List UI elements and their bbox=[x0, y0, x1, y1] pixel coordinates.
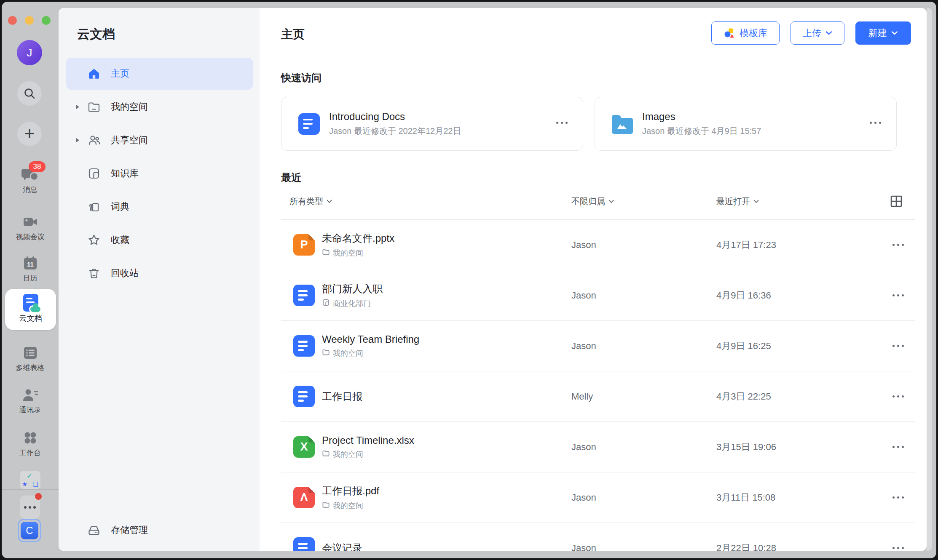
file-type-icon bbox=[293, 335, 315, 357]
sidebar-item-shared-space[interactable]: 共享空间 bbox=[66, 124, 253, 156]
table-row[interactable]: 部门新人入职 商业化部门 Jason 4月9日 16:36 bbox=[281, 270, 915, 320]
rail-item-contacts[interactable]: 通讯录 bbox=[2, 386, 59, 415]
rail-item-label: 多维表格 bbox=[2, 363, 59, 373]
create-new-button[interactable]: 新建 bbox=[855, 21, 911, 45]
sidebar-item-trash[interactable]: 回收站 bbox=[66, 257, 253, 289]
table-row[interactable]: Λ 工作日报.pdf 我的空间 Jason 3月11日 15:08 bbox=[281, 472, 915, 523]
more-actions-button[interactable] bbox=[556, 122, 568, 124]
rail-item-label: 消息 bbox=[2, 185, 59, 195]
more-actions-button[interactable] bbox=[892, 547, 904, 549]
rail-mini-app-tile[interactable]: ✓ ★ ❏ bbox=[20, 471, 40, 489]
add-button[interactable]: + bbox=[17, 122, 42, 146]
sidebar-item-label: 主页 bbox=[111, 67, 129, 80]
people-icon bbox=[87, 133, 101, 147]
table-row[interactable]: X Project Timeline.xlsx 我的空间 Jason 3月15日… bbox=[281, 421, 915, 472]
file-type-icon bbox=[293, 386, 315, 407]
file-type-icon: P bbox=[293, 234, 315, 256]
row-location: 我的空间 bbox=[322, 501, 379, 511]
search-button[interactable] bbox=[17, 81, 42, 106]
rail-item-video-meeting[interactable]: 视频会议 bbox=[2, 213, 59, 242]
chevron-down-icon bbox=[753, 200, 759, 203]
sidebar-item-my-space[interactable]: 我的空间 bbox=[66, 91, 253, 123]
cloud-doc-icon bbox=[23, 294, 38, 312]
sidebar-item-dictionary[interactable]: 词典 bbox=[66, 191, 253, 223]
time-label: 3月15日 19:06 bbox=[716, 441, 776, 453]
more-actions-button[interactable] bbox=[892, 496, 904, 499]
file-name[interactable]: 部门新人入职 bbox=[322, 282, 383, 296]
table-row[interactable]: 工作日报 Melly 4月3日 22:25 bbox=[281, 371, 915, 421]
grid-view-button[interactable] bbox=[890, 195, 903, 209]
template-library-icon bbox=[724, 27, 735, 39]
toolbar: 模板库 上传 新建 bbox=[711, 21, 911, 45]
sidebar-item-label: 回收站 bbox=[111, 267, 139, 280]
template-library-button[interactable]: 模板库 bbox=[711, 21, 780, 45]
more-actions-button[interactable] bbox=[892, 345, 904, 347]
sidebar-item-storage[interactable]: 存储管理 bbox=[66, 517, 253, 543]
file-name[interactable]: Weekly Team Briefing bbox=[322, 333, 419, 345]
rail-item-label: 工作台 bbox=[2, 448, 59, 458]
sidebar-item-label: 共享空间 bbox=[111, 134, 148, 147]
grid-table-icon bbox=[22, 346, 38, 360]
file-name[interactable]: 工作日报 bbox=[322, 390, 362, 403]
sidebar-item-home[interactable]: 主页 bbox=[66, 58, 253, 90]
scrollbar-track[interactable] bbox=[927, 8, 932, 551]
file-name[interactable]: Project Timeline.xlsx bbox=[322, 435, 414, 446]
file-name[interactable]: 未命名文件.pptx bbox=[322, 232, 394, 245]
rail-item-cloud-docs-active[interactable]: 云文档 bbox=[5, 289, 56, 330]
file-name[interactable]: 工作日报.pdf bbox=[322, 484, 379, 498]
table-row[interactable]: 会议记录 Jason 2月22日 10:28 bbox=[281, 523, 915, 551]
unread-badge: 38 bbox=[29, 161, 46, 172]
star-outline-icon bbox=[87, 233, 101, 247]
more-actions-button[interactable] bbox=[870, 122, 881, 124]
chevron-down-icon bbox=[891, 31, 898, 35]
more-actions-button[interactable] bbox=[892, 244, 904, 246]
zoom-window-button[interactable] bbox=[42, 16, 51, 25]
location-label: 商业化部门 bbox=[333, 299, 371, 309]
close-window-button[interactable] bbox=[8, 16, 17, 25]
owner-label: Jason bbox=[571, 492, 596, 503]
sidebar-item-label: 收藏 bbox=[111, 234, 129, 246]
table-row[interactable]: Weekly Team Briefing 我的空间 Jason 4月9日 16:… bbox=[281, 320, 915, 371]
rail-item-messages[interactable]: 38 消息 bbox=[2, 166, 59, 195]
grid-view-icon bbox=[890, 195, 903, 208]
sidebar-item-label: 我的空间 bbox=[111, 101, 148, 113]
owner-label: Jason bbox=[571, 240, 596, 251]
expand-caret-icon[interactable] bbox=[75, 137, 80, 143]
more-actions-button[interactable] bbox=[892, 446, 904, 448]
rail-more-button[interactable] bbox=[20, 496, 40, 519]
upload-button[interactable]: 上传 bbox=[791, 21, 844, 45]
sidebar-item-favorites[interactable]: 收藏 bbox=[66, 224, 253, 256]
filter-owner-dropdown[interactable]: 不限归属 bbox=[571, 196, 614, 207]
sidebar-item-label: 存储管理 bbox=[111, 524, 148, 536]
filter-row: 所有类型 不限归属 最近打开 bbox=[260, 196, 927, 209]
dictionary-icon bbox=[87, 200, 101, 214]
time-label: 4月17日 17:23 bbox=[716, 239, 776, 251]
location-icon bbox=[322, 348, 330, 358]
quick-access-card[interactable]: Images Jason 最近修改于 4月9日 15:57 bbox=[595, 97, 897, 151]
card-meta: Jason 最近修改于 4月9日 15:57 bbox=[642, 125, 761, 137]
expand-caret-icon[interactable] bbox=[75, 104, 80, 110]
more-actions-button[interactable] bbox=[892, 294, 904, 296]
sidebar-item-wiki[interactable]: 知识库 bbox=[66, 157, 253, 189]
table-row[interactable]: P 未命名文件.pptx 我的空间 Jason 4月17日 17:23 bbox=[281, 219, 915, 270]
more-actions-button[interactable] bbox=[892, 395, 904, 397]
star-icon: ★ bbox=[22, 481, 27, 487]
avatar[interactable]: J bbox=[17, 40, 42, 65]
owner-label: Jason bbox=[571, 290, 596, 301]
rail-item-c-app[interactable]: C bbox=[18, 519, 41, 542]
check-icon: ✓ bbox=[27, 472, 32, 480]
owner-label: Jason bbox=[571, 341, 596, 352]
quick-access-card[interactable]: Introducing Docs Jason 最近修改于 2022年12月22日 bbox=[281, 97, 583, 151]
rail-item-calendar[interactable]: 11 日历 bbox=[2, 254, 59, 283]
rail-item-bitable[interactable]: 多维表格 bbox=[2, 344, 59, 373]
minimize-window-button[interactable] bbox=[25, 16, 34, 25]
time-label: 2月22日 10:28 bbox=[716, 542, 776, 551]
file-name[interactable]: 会议记录 bbox=[322, 541, 362, 551]
owner-label: Melly bbox=[571, 391, 593, 402]
svg-text:11: 11 bbox=[27, 261, 34, 268]
time-label: 3月11日 15:08 bbox=[716, 491, 775, 504]
rail-item-workbench[interactable]: 工作台 bbox=[2, 429, 59, 458]
filter-sort-dropdown[interactable]: 最近打开 bbox=[716, 196, 759, 207]
wiki-icon bbox=[87, 166, 101, 181]
filter-type-dropdown[interactable]: 所有类型 bbox=[289, 196, 332, 207]
